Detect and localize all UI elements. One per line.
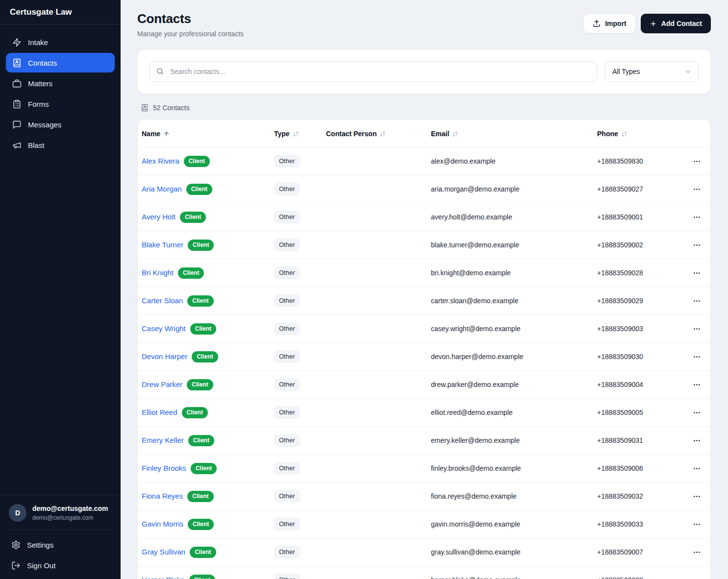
import-button[interactable]: Import xyxy=(583,14,636,33)
row-actions-button[interactable] xyxy=(692,434,702,447)
type-pill: Other xyxy=(274,406,300,419)
column-header-contact-person[interactable]: Contact Person xyxy=(326,120,431,147)
table-row: Devon HarperClient Other devon.harper@de… xyxy=(138,343,710,371)
search-input[interactable] xyxy=(150,61,597,82)
contact-name-link[interactable]: Carter Sloan xyxy=(142,296,183,305)
sidebar-item-sign-out[interactable]: Sign Out xyxy=(8,555,113,575)
ellipsis-icon xyxy=(693,409,701,417)
message-icon xyxy=(12,120,22,129)
row-actions-button[interactable] xyxy=(692,462,702,475)
row-actions-button[interactable] xyxy=(692,295,702,307)
add-contact-button[interactable]: Add Contact xyxy=(641,14,711,33)
type-pill: Other xyxy=(274,518,300,531)
contact-name-link[interactable]: Alex Rivera xyxy=(142,157,179,165)
sidebar-item-label: Blast xyxy=(28,141,44,149)
contact-name-link[interactable]: Emery Keller xyxy=(142,436,184,444)
clipboard-icon xyxy=(12,99,22,109)
sidebar-item-intake[interactable]: Intake xyxy=(6,32,115,52)
ellipsis-icon xyxy=(693,297,701,305)
phone-value: +18883509001 xyxy=(597,213,643,221)
type-pill: Other xyxy=(274,294,300,307)
column-header-phone[interactable]: Phone xyxy=(597,120,692,147)
email-value: aria.morgan@demo.example xyxy=(431,185,520,193)
type-pill: Other xyxy=(274,434,300,447)
sidebar-item-matters[interactable]: Matters xyxy=(6,73,115,93)
ellipsis-icon xyxy=(693,381,701,389)
row-actions-button[interactable] xyxy=(692,323,702,335)
phone-value: +18883509028 xyxy=(597,269,643,277)
sort-icon xyxy=(452,131,458,137)
sidebar-item-settings[interactable]: Settings xyxy=(8,535,113,555)
contact-name-link[interactable]: Blake Turner xyxy=(142,241,183,249)
contact-name-link[interactable]: Avery Holt xyxy=(142,213,176,221)
row-actions-button[interactable] xyxy=(692,518,702,531)
phone-value: +18883509031 xyxy=(597,436,643,444)
row-actions-button[interactable] xyxy=(692,155,702,168)
contact-name-link[interactable]: Gray Sullivan xyxy=(142,548,185,556)
table-row: Casey WrightClient Other casey.wright@de… xyxy=(138,315,710,343)
phone-value: +18883509007 xyxy=(597,548,643,556)
type-filter-select[interactable]: All Types xyxy=(605,61,699,82)
row-actions-button[interactable] xyxy=(692,211,702,223)
column-header-name[interactable]: Name xyxy=(138,120,274,147)
phone-value: +18883509006 xyxy=(597,464,643,472)
client-badge: Client xyxy=(189,575,215,579)
row-actions-button[interactable] xyxy=(692,267,702,279)
contacts-book-icon xyxy=(141,104,149,112)
email-value: alex@demo.example xyxy=(431,157,496,165)
contact-name-link[interactable]: Casey Wright xyxy=(142,324,186,333)
email-value: carter.sloan@demo.example xyxy=(431,297,518,305)
sidebar-item-messages[interactable]: Messages xyxy=(6,115,115,134)
sidebar-item-label: Messages xyxy=(28,121,61,129)
ellipsis-icon xyxy=(693,464,701,473)
contact-name-link[interactable]: Aria Morgan xyxy=(142,185,182,193)
client-badge: Client xyxy=(190,547,216,558)
contact-name-link[interactable]: Devon Harper xyxy=(142,352,187,361)
client-badge: Client xyxy=(187,491,213,502)
contact-name-link[interactable]: Bri Knight xyxy=(142,268,174,277)
email-value: casey.wright@demo.example xyxy=(431,325,521,333)
column-header-type[interactable]: Type xyxy=(274,120,326,147)
chevron-down-icon xyxy=(684,68,692,75)
contact-name-link[interactable]: Fiona Reyes xyxy=(142,492,183,500)
client-badge: Client xyxy=(188,519,214,530)
table-row: Gavin MorrisClient Other gavin.morris@de… xyxy=(138,510,710,538)
contact-name-link[interactable]: Gavin Morris xyxy=(142,520,183,528)
client-badge: Client xyxy=(188,240,214,251)
row-actions-button[interactable] xyxy=(692,183,702,195)
type-pill: Other xyxy=(274,266,300,279)
user-account[interactable]: D demo@certusgate.com demo@certusgate.co… xyxy=(8,503,113,530)
column-header-email[interactable]: Email xyxy=(431,120,597,147)
row-actions-button[interactable] xyxy=(692,379,702,391)
contact-name-link[interactable]: Drew Parker xyxy=(142,380,182,388)
row-actions-button[interactable] xyxy=(692,490,702,503)
row-actions-button[interactable] xyxy=(692,546,702,558)
row-actions-button[interactable] xyxy=(692,239,702,251)
sort-icon xyxy=(293,131,299,137)
plus-icon xyxy=(650,20,657,27)
sidebar-item-label: Matters xyxy=(28,79,52,88)
page-title: Contacts xyxy=(137,11,244,26)
table-row: Alex RiveraClient Other alex@demo.exampl… xyxy=(138,147,710,175)
table-row: Aria MorganClient Other aria.morgan@demo… xyxy=(138,175,710,203)
sidebar-item-blast[interactable]: Blast xyxy=(6,135,115,155)
contacts-table: Name Type Contact Person Email xyxy=(138,120,710,579)
ellipsis-icon xyxy=(693,353,701,361)
table-row: Finley BrooksClient Other finley.brooks@… xyxy=(138,455,710,482)
type-pill: Other xyxy=(274,155,300,168)
phone-value: +18883509029 xyxy=(597,297,643,305)
row-actions-button[interactable] xyxy=(692,574,702,579)
app-title: Certusgate Law xyxy=(0,0,121,24)
contact-name-link[interactable]: Harper Blake xyxy=(142,576,185,579)
email-value: emery.keller@demo.example xyxy=(431,436,520,444)
client-badge: Client xyxy=(187,295,213,307)
type-pill: Other xyxy=(274,462,300,475)
row-actions-button[interactable] xyxy=(692,407,702,419)
sidebar-item-forms[interactable]: Forms xyxy=(6,94,115,114)
contact-name-link[interactable]: Finley Brooks xyxy=(142,464,186,472)
sidebar-item-contacts[interactable]: Contacts xyxy=(6,53,115,72)
contact-name-link[interactable]: Elliot Reed xyxy=(142,408,177,416)
contacts-count-label: 52 Contacts xyxy=(153,104,190,112)
type-filter-value: All Types xyxy=(612,68,640,75)
row-actions-button[interactable] xyxy=(692,351,702,363)
